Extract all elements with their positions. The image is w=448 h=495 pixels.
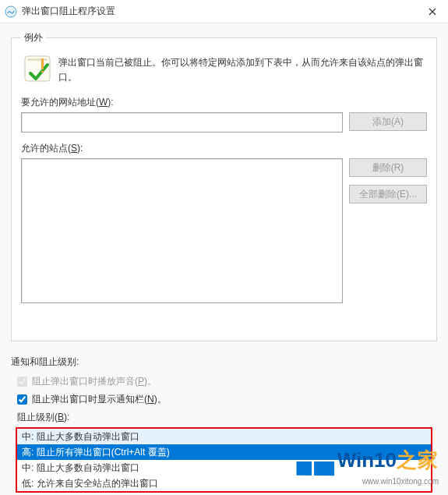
- show-bar-checkbox[interactable]: [17, 394, 27, 405]
- close-button[interactable]: [417, 0, 448, 23]
- block-level-dropdown-wrap: 中: 阻止大多数自动弹出窗口 高: 阻止所有弹出窗口(Ctrl+Alt 覆盖) …: [16, 427, 432, 493]
- dropdown-option[interactable]: 中: 阻止大多数自动弹出窗口: [17, 460, 431, 476]
- window-title: 弹出窗口阻止程序设置: [22, 5, 417, 18]
- exceptions-group: 例外 弹出窗口当前已被阻止。你可以将特定网站添加到下表中，从而允许来自该站点的弹…: [11, 31, 437, 341]
- titlebar: 弹出窗口阻止程序设置: [0, 0, 448, 23]
- app-icon: [5, 5, 17, 18]
- allowed-sites-list[interactable]: [21, 158, 343, 303]
- block-level-dropdown[interactable]: 中: 阻止大多数自动弹出窗口 高: 阻止所有弹出窗口(Ctrl+Alt 覆盖) …: [16, 427, 432, 493]
- exceptions-legend: 例外: [21, 31, 46, 44]
- remove-all-button[interactable]: 全部删除(E)...: [349, 185, 427, 203]
- allow-address-input[interactable]: [21, 112, 343, 133]
- svg-point-4: [41, 71, 44, 73]
- show-bar-row: 阻止弹出窗口时显示通知栏(N)。: [17, 393, 437, 406]
- allowed-sites-buttons: 删除(R) 全部删除(E)...: [349, 158, 427, 303]
- dropdown-option[interactable]: 低: 允许来自安全站点的弹出窗口: [17, 476, 431, 491]
- add-button[interactable]: 添加(A): [349, 112, 427, 131]
- remove-button[interactable]: 删除(R): [349, 158, 427, 177]
- content-pane: 例外 弹出窗口当前已被阻止。你可以将特定网站添加到下表中，从而允许来自该站点的弹…: [0, 23, 448, 495]
- allow-icon: [24, 55, 51, 82]
- allowed-sites-label: 允许的站点(S):: [21, 142, 427, 155]
- dropdown-option[interactable]: 高: 阻止所有弹出窗口(Ctrl+Alt 覆盖): [17, 444, 431, 460]
- dropdown-option[interactable]: 中: 阻止大多数自动弹出窗口: [17, 429, 431, 444]
- allowed-sites-row: 删除(R) 全部删除(E)...: [21, 158, 427, 303]
- show-bar-label: 阻止弹出窗口时显示通知栏(N)。: [32, 393, 167, 406]
- allow-address-row: 添加(A): [21, 112, 427, 133]
- play-sound-row: 阻止弹出窗口时播放声音(P)。: [17, 375, 437, 388]
- notify-title: 通知和阻止级别:: [11, 355, 437, 369]
- exceptions-intro: 弹出窗口当前已被阻止。你可以将特定网站添加到下表中，从而允许来自该站点的弹出窗口…: [21, 51, 427, 93]
- svg-rect-3: [41, 58, 44, 69]
- exceptions-description: 弹出窗口当前已被阻止。你可以将特定网站添加到下表中，从而允许来自该站点的弹出窗口…: [58, 55, 424, 85]
- play-sound-label: 阻止弹出窗口时播放声音(P)。: [32, 375, 157, 388]
- svg-point-0: [5, 6, 16, 17]
- svg-rect-2: [27, 58, 48, 61]
- play-sound-checkbox[interactable]: [17, 377, 27, 387]
- close-icon: [429, 8, 436, 16]
- block-level-label: 阻止级别(B):: [17, 411, 437, 424]
- allow-address-label: 要允许的网站地址(W):: [21, 96, 427, 109]
- notify-group: 通知和阻止级别: 阻止弹出窗口时播放声音(P)。 阻止弹出窗口时显示通知栏(N)…: [11, 351, 437, 493]
